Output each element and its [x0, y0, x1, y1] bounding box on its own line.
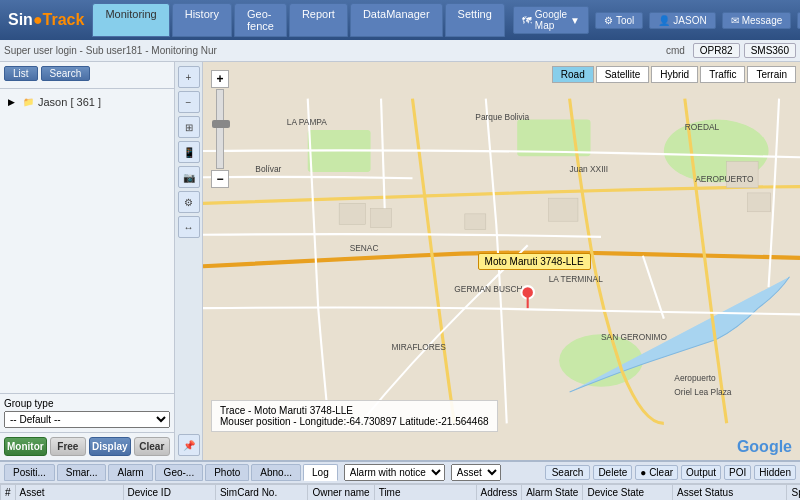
marker-label: Moto Maruti 3748-LLE	[478, 253, 591, 270]
google-logo: Google	[737, 438, 792, 456]
tool-camera[interactable]: 📷	[178, 166, 200, 188]
delete-btn[interactable]: Delete	[593, 465, 632, 480]
svg-rect-8	[465, 214, 486, 230]
tab-alarm[interactable]: Alarm	[108, 464, 152, 481]
header: Sin●Track Monitoring History Geo-fence R…	[0, 0, 800, 40]
table-header-row: # Asset Device ID SimCard No. Owner name…	[1, 485, 801, 501]
tool-layers[interactable]: ⊞	[178, 116, 200, 138]
hidden-btn[interactable]: Hidden	[754, 465, 796, 480]
tab-geofence[interactable]: Geo-fence	[234, 3, 287, 37]
logo-brand: Track	[43, 11, 85, 28]
tool-settings[interactable]: ⚙	[178, 191, 200, 213]
map-trace-text: Trace - Moto Maruti 3748-LLE	[220, 405, 489, 416]
tool-zoom-out[interactable]: −	[178, 91, 200, 113]
tab-datamanager[interactable]: DataManager	[350, 3, 443, 37]
left-top: List Search	[0, 62, 174, 89]
output-btn[interactable]: Output	[681, 465, 721, 480]
left-panel: List Search ▶ 📁 Jason [ 361 ] Group type…	[0, 62, 175, 460]
col-device-id: Device ID	[123, 485, 215, 501]
svg-rect-10	[748, 193, 771, 212]
user-button[interactable]: 👤 JASON	[649, 12, 715, 29]
group-type-area: Group type -- Default --	[0, 393, 174, 432]
poi-btn[interactable]: POI	[724, 465, 751, 480]
tab-setting[interactable]: Setting	[445, 3, 505, 37]
clear-btn[interactable]: ● Clear	[635, 465, 678, 480]
tool-measure[interactable]: ↔	[178, 216, 200, 238]
message-icon: ✉	[731, 15, 739, 26]
map-terrain-btn[interactable]: Terrain	[747, 66, 796, 83]
svg-rect-6	[371, 209, 392, 228]
col-time: Time	[374, 485, 476, 501]
tab-photo[interactable]: Photo	[205, 464, 249, 481]
col-speed: Speed(km/h)	[787, 485, 800, 501]
svg-text:AEROPUERTO: AEROPUERTO	[695, 174, 754, 184]
svg-text:LA PAMPA: LA PAMPA	[287, 117, 328, 127]
search-button[interactable]: Search	[41, 66, 91, 81]
zoom-track[interactable]	[216, 89, 224, 169]
tree-item-jason[interactable]: ▶ 📁 Jason [ 361 ]	[4, 93, 170, 111]
zoom-out-btn[interactable]: −	[211, 170, 229, 188]
bottom-search-btn[interactable]: Search	[545, 465, 591, 480]
svg-text:SAN GERONIMO: SAN GERONIMO	[601, 332, 667, 342]
main-area: List Search ▶ 📁 Jason [ 361 ] Group type…	[0, 62, 800, 460]
free-button[interactable]: Free	[50, 437, 86, 456]
svg-rect-7	[549, 198, 578, 221]
tree-folder-icon: 📁	[21, 95, 35, 109]
opr82-button[interactable]: OPR82	[693, 43, 740, 58]
tool-phone[interactable]: 📱	[178, 141, 200, 163]
device-tree: ▶ 📁 Jason [ 361 ]	[0, 89, 174, 393]
clear-button[interactable]: Clear	[134, 437, 170, 456]
header-right: 🗺 Google Map ▼ ⚙ Tool 👤 JASON ✉ Message …	[513, 6, 800, 34]
tool-pin[interactable]: 📌	[178, 434, 200, 456]
tool-zoom-in[interactable]: +	[178, 66, 200, 88]
map-road-btn[interactable]: Road	[552, 66, 594, 83]
tool-button[interactable]: ⚙ Tool	[595, 12, 643, 29]
map-toolbar: + − ⊞ 📱 📷 ⚙ ↔ 📌	[175, 62, 203, 460]
svg-text:Aeropuerto: Aeropuerto	[674, 373, 716, 383]
zoom-in-btn[interactable]: +	[211, 70, 229, 88]
nav-tabs: Monitoring History Geo-fence Report Data…	[92, 3, 504, 37]
display-button[interactable]: Display	[89, 437, 131, 456]
tab-monitoring[interactable]: Monitoring	[92, 3, 169, 37]
tab-smart[interactable]: Smar...	[57, 464, 107, 481]
col-simcard: SimCard No.	[215, 485, 307, 501]
sms360-button[interactable]: SMS360	[744, 43, 796, 58]
col-num: #	[1, 485, 16, 501]
message-button[interactable]: ✉ Message	[722, 12, 792, 29]
map-area[interactable]: LA PAMPA Parque Bolivia ROEDAL Bolívar J…	[203, 62, 800, 460]
tab-geo[interactable]: Geo-...	[155, 464, 204, 481]
map-satellite-btn[interactable]: Satellite	[596, 66, 650, 83]
col-device-state: Device State	[583, 485, 673, 501]
svg-text:ROEDAL: ROEDAL	[685, 122, 720, 132]
svg-text:Oriel Lea Plaza: Oriel Lea Plaza	[674, 387, 732, 397]
svg-rect-5	[339, 203, 365, 224]
asset-select[interactable]: Asset	[451, 464, 501, 481]
tab-position[interactable]: Positi...	[4, 464, 55, 481]
tab-log[interactable]: Log	[303, 464, 338, 481]
col-alarm-state: Alarm State	[522, 485, 583, 501]
google-map-selector[interactable]: 🗺 Google Map ▼	[513, 6, 589, 34]
group-type-select[interactable]: -- Default --	[4, 411, 170, 428]
logo-accent: ●	[33, 11, 43, 28]
map-traffic-btn[interactable]: Traffic	[700, 66, 745, 83]
dropdown-icon: ▼	[570, 15, 580, 26]
tab-history[interactable]: History	[172, 3, 232, 37]
tree-item-label: Jason [ 361 ]	[38, 96, 101, 108]
map-hybrid-btn[interactable]: Hybrid	[651, 66, 698, 83]
logo: Sin●Track	[8, 11, 84, 29]
zoom-handle[interactable]	[212, 120, 230, 128]
tab-report[interactable]: Report	[289, 3, 348, 37]
bottom-panel: Positi... Smar... Alarm Geo-... Photo Ab…	[0, 460, 800, 500]
monitor-button[interactable]: Monitor	[4, 437, 47, 456]
svg-text:GERMAN BUSCH: GERMAN BUSCH	[454, 284, 522, 294]
col-asset: Asset	[15, 485, 123, 501]
tab-abno[interactable]: Abno...	[251, 464, 301, 481]
svg-text:SENAC: SENAC	[350, 243, 379, 253]
breadcrumb: Super user login - Sub user181 - Monitor…	[4, 45, 217, 56]
alarm-notice-select[interactable]: Alarm with notice	[344, 464, 445, 481]
map-info: Trace - Moto Maruti 3748-LLE Mouser posi…	[211, 400, 498, 432]
svg-text:Bolívar: Bolívar	[255, 164, 281, 174]
list-button[interactable]: List	[4, 66, 38, 81]
zoom-bar: + −	[211, 70, 229, 188]
svg-text:Parque Bolivia: Parque Bolivia	[475, 112, 529, 122]
